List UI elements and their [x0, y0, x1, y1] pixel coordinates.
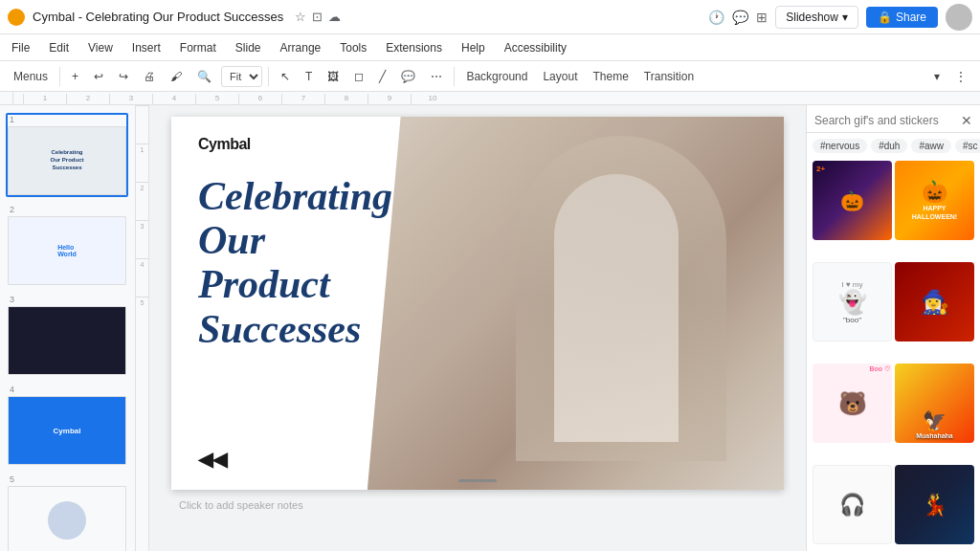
slide-logo: Cymbal [198, 136, 251, 153]
more-options-btn[interactable]: ⋮ [949, 67, 972, 86]
ruler-mark: 9 [368, 94, 411, 104]
menu-tools[interactable]: Tools [336, 39, 370, 56]
slide-num-5: 5 [8, 474, 126, 484]
arch-inner-shape [554, 174, 679, 442]
cloud-icon[interactable]: ☁ [328, 10, 341, 24]
ruler-mark: 8 [324, 94, 368, 104]
gif-item-5[interactable]: 🦅 Muahahaha [895, 364, 974, 443]
close-right-panel-btn[interactable]: ✕ [961, 113, 972, 128]
menu-accessibility[interactable]: Accessibility [501, 39, 570, 56]
slide-thumb-3[interactable]: 3 [6, 293, 128, 377]
shape-btn[interactable]: ◻ [348, 67, 369, 86]
lock-icon: 🔒 [878, 11, 892, 24]
menu-insert[interactable]: Insert [128, 39, 165, 56]
slide-thumb-1[interactable]: 1 CelebratingOur ProductSuccesses [6, 113, 128, 197]
print-btn[interactable]: 🖨 [138, 67, 161, 86]
gif-item-0[interactable]: 🎃 2+ [813, 161, 892, 240]
toolbar-sep-3 [454, 67, 455, 86]
menu-bar: File Edit View Insert Format Slide Arran… [0, 34, 980, 61]
menu-file[interactable]: File [8, 39, 33, 56]
title-line-4: Successes [198, 307, 466, 351]
undo-btn[interactable]: ↩ [88, 67, 109, 86]
gif-search-input[interactable] [814, 114, 961, 127]
right-panel-header: ✕ [807, 105, 980, 133]
clock-icon[interactable]: 🕐 [708, 10, 724, 25]
slide1-preview-text: CelebratingOur ProductSuccesses [50, 149, 83, 171]
slides-panel: 1 CelebratingOur ProductSuccesses 2 Hell… [0, 105, 136, 551]
tag-sc[interactable]: #sc [955, 139, 980, 153]
slide-num-3: 3 [8, 295, 126, 304]
slide-num-4: 4 [8, 385, 126, 394]
speaker-notes[interactable]: Click to add speaker notes [171, 494, 784, 517]
document-title: Cymbal - Celebrating Our Product Success… [33, 10, 283, 24]
line-btn[interactable]: ╱ [373, 67, 391, 86]
tag-aww[interactable]: #aww [911, 139, 951, 153]
main-slide-canvas[interactable]: Cymbal Celebrating Our Product Successes… [171, 117, 784, 490]
title-line-1: Celebrating [198, 174, 466, 218]
drive-icon[interactable]: ⊡ [312, 10, 323, 24]
zoom-btn[interactable]: 🔍 [191, 67, 217, 86]
title-bar-right: 🕐 💬 ⊞ Slideshow ▾ 🔒 Share [708, 4, 972, 31]
slide-preview-4: Cymbal [8, 396, 126, 465]
transition-btn[interactable]: Transition [638, 67, 700, 86]
cursor-btn[interactable]: ↖ [275, 67, 296, 86]
gif-item-7[interactable]: 💃 [895, 465, 974, 544]
star-icon[interactable]: ☆ [295, 10, 306, 24]
gif-item-6[interactable]: 🎧 [813, 465, 892, 544]
image-btn[interactable]: 🖼 [322, 67, 345, 86]
background-btn[interactable]: Background [460, 67, 533, 86]
menu-extensions[interactable]: Extensions [382, 39, 446, 56]
menu-slide[interactable]: Slide [232, 39, 265, 56]
zoom-select[interactable]: Fit [221, 66, 262, 87]
gif-item-4[interactable]: 🐻 Boo ♡ [813, 364, 892, 443]
slide-title: Celebrating Our Product Successes [198, 174, 466, 351]
layout-btn[interactable]: Layout [537, 67, 583, 86]
gif-item-1[interactable]: 🎃 HAPPYHALLOWEEN! [895, 161, 974, 240]
ruler-mark: 3 [109, 94, 152, 104]
slide-thumb-4[interactable]: 4 Cymbal [6, 383, 128, 467]
redo-btn[interactable]: ↪ [113, 67, 134, 86]
ruler-corner [0, 92, 13, 105]
gif-item-3[interactable]: 🧙‍♀️ [895, 262, 974, 342]
slides-panel-wrapper: 1 CelebratingOur ProductSuccesses 2 Hell… [0, 105, 136, 551]
comment-icon[interactable]: 💬 [732, 10, 748, 25]
title-actions: ☆ ⊡ ☁ [295, 10, 341, 24]
comment-btn[interactable]: 💬 [395, 67, 421, 86]
share-button[interactable]: 🔒 Share [866, 7, 938, 28]
menu-view[interactable]: View [84, 39, 117, 56]
slide-thumb-5[interactable]: 5 [6, 473, 128, 551]
slideshow-button[interactable]: Slideshow ▾ [775, 6, 858, 29]
slide2-preview-text: HelloWorld [57, 244, 77, 257]
title-line-2: Our [198, 218, 466, 262]
menu-help[interactable]: Help [457, 39, 489, 56]
menu-format[interactable]: Format [176, 39, 220, 56]
vruler-1 [136, 105, 148, 143]
menus-button[interactable]: Menus [8, 67, 54, 86]
chevron-down-icon: ▾ [842, 11, 848, 24]
text-btn[interactable]: T [300, 67, 318, 86]
menu-edit[interactable]: Edit [45, 39, 73, 56]
ruler-mark: 7 [281, 94, 324, 104]
apps-icon[interactable]: ⊞ [756, 10, 768, 25]
tag-nervous[interactable]: #nervous [813, 139, 867, 153]
gif-item-2[interactable]: I ♥ my 👻 "boo" [813, 262, 892, 342]
slide-num-2: 2 [8, 205, 126, 214]
vruler-3: 2 [136, 182, 148, 220]
paint-btn[interactable]: 🖌 [165, 67, 188, 86]
menu-arrange[interactable]: Arrange [277, 39, 325, 56]
slide-thumb-2[interactable]: 2 HelloWorld [6, 203, 128, 287]
more-btn[interactable]: ⋯ [425, 67, 448, 86]
toolbar-sep-1 [59, 67, 60, 86]
ruler-row: 1 2 3 4 5 6 7 8 9 10 [0, 92, 980, 105]
toolbar-sep-2 [268, 67, 269, 86]
theme-btn[interactable]: Theme [587, 67, 634, 86]
horizontal-ruler: 1 2 3 4 5 6 7 8 9 10 [13, 92, 980, 105]
tag-duh[interactable]: #duh [871, 139, 907, 153]
add-btn[interactable]: + [66, 67, 84, 86]
ruler-mark: 2 [66, 94, 109, 104]
slide-page-indicator [458, 479, 497, 482]
user-avatar[interactable] [946, 4, 972, 31]
help-icon[interactable]: ▾ [928, 67, 946, 86]
slide4-preview-text: Cymbal [54, 427, 81, 435]
canvas-area[interactable]: Cymbal Celebrating Our Product Successes… [149, 105, 806, 551]
